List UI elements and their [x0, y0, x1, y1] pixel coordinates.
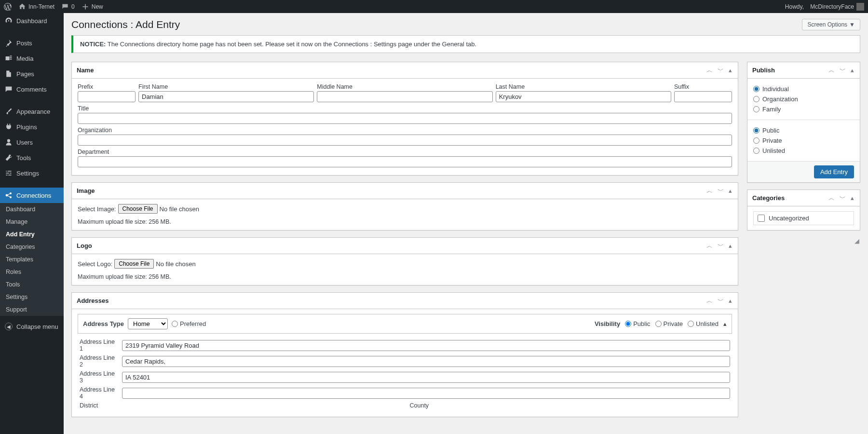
addr-line1-input[interactable]	[122, 340, 730, 351]
address-type-label: Address Type	[83, 320, 124, 327]
menu-pages[interactable]: Pages	[0, 66, 64, 81]
submenu-roles[interactable]: Roles	[0, 266, 64, 278]
addr-line4-label: Address Line 4	[80, 386, 118, 400]
move-down-icon[interactable]: ﹀	[717, 187, 725, 195]
submenu-templates[interactable]: Templates	[0, 253, 64, 266]
addr-line3-input[interactable]	[122, 372, 730, 383]
address-type-select[interactable]: Home	[128, 318, 168, 329]
wrench-icon	[5, 154, 13, 162]
middle-name-input[interactable]	[317, 91, 492, 102]
entry-type-organization-radio[interactable]	[753, 96, 760, 102]
menu-tools[interactable]: Tools	[0, 150, 64, 165]
menu-appearance[interactable]: Appearance	[0, 104, 64, 119]
addr-line4-input[interactable]	[122, 388, 730, 399]
visibility-private-radio[interactable]	[655, 321, 662, 327]
toggle-icon[interactable]: ▴	[850, 194, 855, 202]
toggle-icon[interactable]: ▴	[728, 187, 733, 195]
menu-media[interactable]: Media	[0, 51, 64, 66]
choose-file-button[interactable]: Choose File	[114, 259, 154, 269]
postbox-categories: Categories ︿ ﹀ ▴ Uncategorized	[747, 190, 860, 231]
site-home[interactable]: Inn-Ternet	[18, 3, 54, 11]
title-input[interactable]	[78, 113, 732, 124]
wp-logo[interactable]	[4, 3, 12, 11]
postbox-addresses: Addresses ︿ ﹀ ▴ Address Type Home	[71, 292, 738, 417]
menu-dashboard[interactable]: Dashboard	[0, 13, 64, 28]
menu-posts[interactable]: Posts	[0, 35, 64, 51]
move-up-icon[interactable]: ︿	[705, 242, 714, 250]
postbox-title: Addresses	[77, 297, 108, 304]
department-input[interactable]	[78, 156, 732, 167]
move-down-icon[interactable]: ﹀	[717, 242, 725, 250]
visibility-public-radio[interactable]	[625, 321, 631, 327]
menu-users[interactable]: Users	[0, 135, 64, 150]
move-up-icon[interactable]: ︿	[827, 194, 836, 202]
toggle-icon[interactable]: ▴	[728, 66, 733, 74]
publish-private-radio[interactable]	[753, 137, 760, 144]
toggle-icon[interactable]: ▴	[850, 66, 855, 74]
addr-line2-label: Address Line 2	[80, 354, 118, 368]
postbox-title: Logo	[77, 242, 92, 249]
submenu-categories[interactable]: Categories	[0, 241, 64, 253]
screen-options-button[interactable]: Screen Options ▼	[802, 19, 860, 30]
move-down-icon[interactable]: ﹀	[717, 66, 725, 74]
select-image-label: Select Image:	[78, 205, 116, 213]
category-uncategorized-checkbox[interactable]	[758, 215, 765, 222]
move-up-icon[interactable]: ︿	[705, 66, 714, 74]
no-file-text: No file chosen	[156, 260, 195, 268]
first-name-input[interactable]	[138, 91, 314, 102]
choose-file-button[interactable]: Choose File	[118, 204, 158, 214]
move-up-icon[interactable]: ︿	[705, 297, 714, 305]
title-label: Title	[78, 105, 732, 112]
adminbar-comments[interactable]: 0	[61, 3, 75, 11]
menu-comments[interactable]: Comments	[0, 81, 64, 97]
move-up-icon[interactable]: ︿	[827, 66, 836, 74]
toggle-icon[interactable]: ▴	[728, 297, 733, 305]
visibility-unlisted-radio[interactable]	[688, 321, 694, 327]
comment-icon	[5, 85, 13, 93]
toggle-icon[interactable]: ▴	[728, 242, 733, 250]
notice: NOTICE: The Connections directory home p…	[71, 35, 860, 53]
entry-type-individual-radio[interactable]	[753, 86, 760, 92]
home-icon	[18, 3, 26, 11]
move-down-icon[interactable]: ﹀	[839, 66, 847, 74]
submenu-dashboard[interactable]: Dashboard	[0, 203, 64, 216]
collapse-address-icon[interactable]: ▴	[723, 320, 727, 327]
entry-type-family-radio[interactable]	[753, 106, 760, 112]
menu-connections[interactable]: Connections	[0, 188, 64, 203]
svg-point-1	[10, 192, 12, 194]
submenu-tools[interactable]: Tools	[0, 278, 64, 291]
page-title: Connections : Add Entry	[71, 19, 180, 30]
move-down-icon[interactable]: ﹀	[839, 194, 847, 202]
prefix-label: Prefix	[78, 83, 136, 90]
adminbar-new[interactable]: New	[81, 3, 103, 11]
move-down-icon[interactable]: ﹀	[717, 297, 725, 305]
move-up-icon[interactable]: ︿	[705, 187, 714, 195]
resize-handle-icon[interactable]: ◢	[747, 237, 860, 244]
connections-icon	[5, 191, 13, 199]
collapse-menu[interactable]: ◀Collapse menu	[0, 319, 64, 334]
select-logo-label: Select Logo:	[78, 260, 112, 268]
publish-public-radio[interactable]	[753, 127, 760, 134]
add-entry-button[interactable]: Add Entry	[814, 165, 854, 178]
publish-unlisted-radio[interactable]	[753, 148, 760, 154]
postbox-logo: Logo ︿ ﹀ ▴ Select Logo: Choose File No f…	[71, 237, 738, 285]
max-upload-text: Maximum upload file size: 256 MB.	[78, 218, 732, 225]
first-name-label: First Name	[138, 83, 314, 90]
submenu-settings[interactable]: Settings	[0, 291, 64, 303]
postbox-title: Publish	[752, 67, 775, 74]
adminbar-account[interactable]: Howdy, McDirectoryFace	[785, 3, 864, 11]
organization-input[interactable]	[78, 135, 732, 146]
district-label: District	[80, 402, 400, 409]
preferred-radio[interactable]	[172, 321, 178, 327]
submenu-support[interactable]: Support	[0, 303, 64, 316]
addr-line2-input[interactable]	[122, 356, 730, 367]
submenu-add-entry[interactable]: Add Entry	[0, 228, 64, 241]
last-name-input[interactable]	[496, 91, 671, 102]
postbox-publish: Publish ︿ ﹀ ▴ Individual Organization Fa…	[747, 62, 860, 183]
menu-settings[interactable]: Settings	[0, 165, 64, 181]
prefix-input[interactable]	[78, 91, 136, 102]
menu-plugins[interactable]: Plugins	[0, 119, 64, 135]
no-file-text: No file chosen	[160, 205, 199, 213]
submenu-manage[interactable]: Manage	[0, 216, 64, 228]
suffix-input[interactable]	[674, 91, 732, 102]
